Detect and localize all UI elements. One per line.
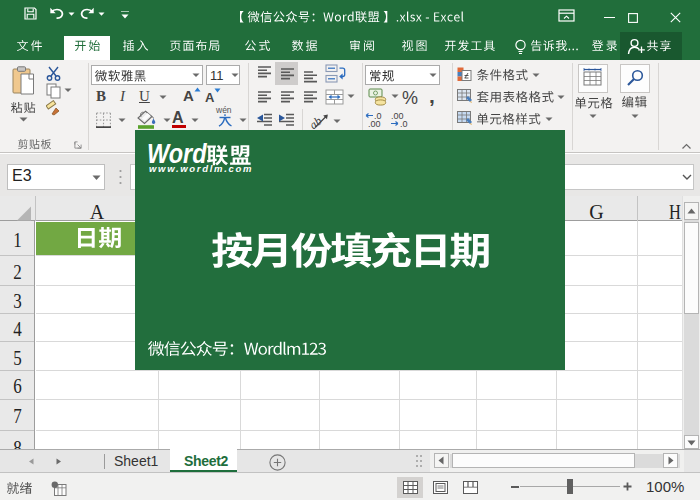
- svg-text:.00: .00: [368, 119, 381, 128]
- svg-text:.0: .0: [400, 119, 408, 128]
- svg-text:ab: ab: [309, 114, 325, 129]
- svg-text:wén: wén: [215, 105, 232, 115]
